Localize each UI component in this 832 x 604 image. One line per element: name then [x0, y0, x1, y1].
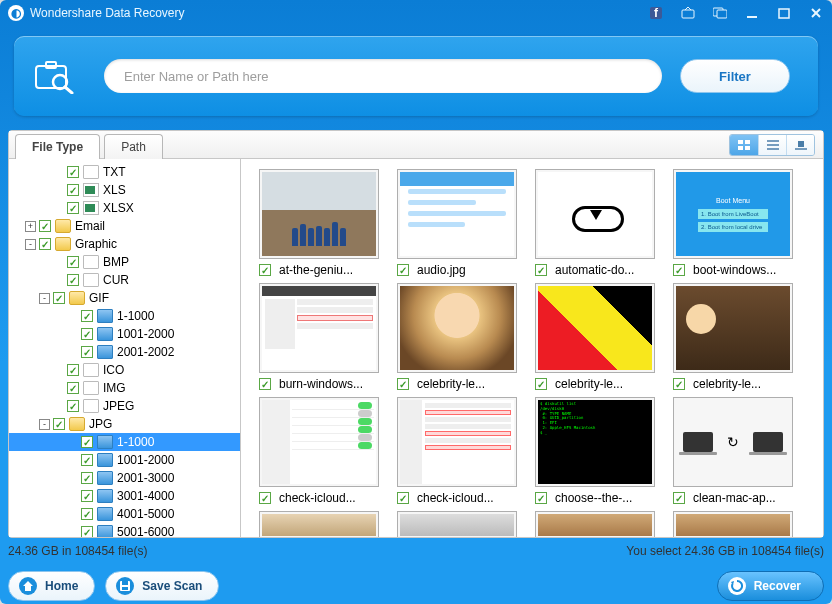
share-icon[interactable] — [680, 5, 696, 21]
thumbnail-card[interactable]: Boot Menu1. Boot from LiveBoot2. Boot fr… — [673, 169, 803, 277]
tree-node[interactable]: ✓2001-2002 — [9, 343, 240, 361]
collapse-icon[interactable]: - — [39, 293, 50, 304]
thumb-checkbox[interactable]: ✓ — [535, 492, 547, 504]
thumbnail-image[interactable]: Boot Menu1. Boot from LiveBoot2. Boot fr… — [673, 169, 793, 259]
tree-checkbox[interactable]: ✓ — [81, 346, 93, 358]
view-list-icon[interactable] — [758, 135, 786, 155]
tab-path[interactable]: Path — [104, 134, 163, 159]
thumb-checkbox[interactable]: ✓ — [535, 378, 547, 390]
thumb-checkbox[interactable]: ✓ — [397, 492, 409, 504]
thumbnail-card[interactable] — [535, 511, 665, 537]
file-tree[interactable]: ✓TXT✓XLS✓XLSX+✓Email-✓Graphic✓BMP✓CUR-✓G… — [9, 159, 241, 537]
thumb-checkbox[interactable]: ✓ — [535, 264, 547, 276]
thumbnail-card[interactable]: ✓automatic-do... — [535, 169, 665, 277]
thumbnail-image[interactable]: ↻ — [673, 397, 793, 487]
view-thumbnails-icon[interactable] — [730, 135, 758, 155]
tree-node[interactable]: ✓XLS — [9, 181, 240, 199]
thumbnail-card[interactable]: ✓celebrity-le... — [673, 283, 803, 391]
tree-checkbox[interactable]: ✓ — [67, 382, 79, 394]
thumbnail-image[interactable] — [259, 511, 379, 537]
tree-node[interactable]: ✓CUR — [9, 271, 240, 289]
thumbnail-image[interactable] — [259, 169, 379, 259]
thumbnail-image[interactable] — [535, 169, 655, 259]
tree-checkbox[interactable]: ✓ — [81, 454, 93, 466]
recover-button[interactable]: Recover — [717, 571, 824, 601]
tree-checkbox[interactable]: ✓ — [81, 436, 93, 448]
close-icon[interactable] — [808, 5, 824, 21]
thumbnail-card[interactable]: ✓celebrity-le... — [397, 283, 527, 391]
tree-checkbox[interactable]: ✓ — [81, 508, 93, 520]
tree-node[interactable]: ✓ICO — [9, 361, 240, 379]
tree-checkbox[interactable]: ✓ — [39, 238, 51, 250]
thumb-checkbox[interactable]: ✓ — [259, 378, 271, 390]
tree-node[interactable]: ✓IMG — [9, 379, 240, 397]
thumbnail-grid-area[interactable]: ✓at-the-geniu...✓audio.jpg✓automatic-do.… — [241, 159, 823, 537]
thumbnail-image[interactable] — [535, 283, 655, 373]
tree-node[interactable]: ✓1001-2000 — [9, 325, 240, 343]
tree-node[interactable]: ✓XLSX — [9, 199, 240, 217]
thumbnail-card[interactable]: ↻✓clean-mac-ap... — [673, 397, 803, 505]
tree-checkbox[interactable]: ✓ — [81, 328, 93, 340]
tree-node[interactable]: ✓1-1000 — [9, 307, 240, 325]
tree-node[interactable]: +✓Email — [9, 217, 240, 235]
thumbnail-card[interactable] — [673, 511, 803, 537]
tree-checkbox[interactable]: ✓ — [81, 490, 93, 502]
tree-node[interactable]: ✓2001-3000 — [9, 469, 240, 487]
thumbnail-card[interactable]: ✓at-the-geniu... — [259, 169, 389, 277]
view-detail-icon[interactable] — [786, 135, 814, 155]
search-input[interactable] — [104, 59, 662, 93]
facebook-icon[interactable]: f — [648, 5, 664, 21]
tree-checkbox[interactable]: ✓ — [67, 202, 79, 214]
thumb-checkbox[interactable]: ✓ — [397, 264, 409, 276]
thumb-checkbox[interactable]: ✓ — [259, 264, 271, 276]
tree-node[interactable]: -✓JPG — [9, 415, 240, 433]
thumbnail-image[interactable] — [535, 511, 655, 537]
thumb-checkbox[interactable]: ✓ — [259, 492, 271, 504]
tree-node[interactable]: ✓1-1000 — [9, 433, 240, 451]
tree-checkbox[interactable]: ✓ — [39, 220, 51, 232]
tree-checkbox[interactable]: ✓ — [67, 274, 79, 286]
thumb-checkbox[interactable]: ✓ — [673, 378, 685, 390]
tree-checkbox[interactable]: ✓ — [67, 400, 79, 412]
thumbnail-image[interactable]: $ diskutil list/dev/disk0 #: TYPE NAME 0… — [535, 397, 655, 487]
thumbnail-image[interactable] — [397, 397, 517, 487]
thumbnail-image[interactable] — [397, 283, 517, 373]
tree-checkbox[interactable]: ✓ — [67, 184, 79, 196]
tree-node[interactable]: -✓Graphic — [9, 235, 240, 253]
tree-node[interactable]: ✓JPEG — [9, 397, 240, 415]
expand-icon[interactable]: + — [25, 221, 36, 232]
thumbnail-image[interactable] — [673, 283, 793, 373]
tree-checkbox[interactable]: ✓ — [67, 256, 79, 268]
tree-node[interactable]: ✓3001-4000 — [9, 487, 240, 505]
tree-checkbox[interactable]: ✓ — [53, 418, 65, 430]
maximize-icon[interactable] — [776, 5, 792, 21]
tree-checkbox[interactable]: ✓ — [81, 472, 93, 484]
tree-checkbox[interactable]: ✓ — [81, 310, 93, 322]
thumbnail-image[interactable] — [259, 397, 379, 487]
save-scan-button[interactable]: Save Scan — [105, 571, 219, 601]
thumbnail-card[interactable]: ✓check-icloud... — [259, 397, 389, 505]
tree-node[interactable]: -✓GIF — [9, 289, 240, 307]
minimize-icon[interactable] — [744, 5, 760, 21]
thumbnail-image[interactable] — [259, 283, 379, 373]
tab-file-type[interactable]: File Type — [15, 134, 100, 159]
thumbnail-card[interactable]: ✓burn-windows... — [259, 283, 389, 391]
thumbnail-card[interactable] — [397, 511, 527, 537]
home-button[interactable]: Home — [8, 571, 95, 601]
thumb-checkbox[interactable]: ✓ — [673, 492, 685, 504]
thumbnail-card[interactable]: ✓audio.jpg — [397, 169, 527, 277]
collapse-icon[interactable]: - — [25, 239, 36, 250]
tree-node[interactable]: ✓1001-2000 — [9, 451, 240, 469]
thumbnail-image[interactable] — [673, 511, 793, 537]
tree-checkbox[interactable]: ✓ — [53, 292, 65, 304]
tree-node[interactable]: ✓TXT — [9, 163, 240, 181]
tree-node[interactable]: ✓4001-5000 — [9, 505, 240, 523]
tree-node[interactable]: ✓BMP — [9, 253, 240, 271]
tree-checkbox[interactable]: ✓ — [67, 364, 79, 376]
thumbnail-image[interactable] — [397, 511, 517, 537]
thumbnail-card[interactable]: ✓celebrity-le... — [535, 283, 665, 391]
tree-node[interactable]: ✓5001-6000 — [9, 523, 240, 537]
tree-checkbox[interactable]: ✓ — [81, 526, 93, 537]
filter-button[interactable]: Filter — [680, 59, 790, 93]
feedback-icon[interactable] — [712, 5, 728, 21]
